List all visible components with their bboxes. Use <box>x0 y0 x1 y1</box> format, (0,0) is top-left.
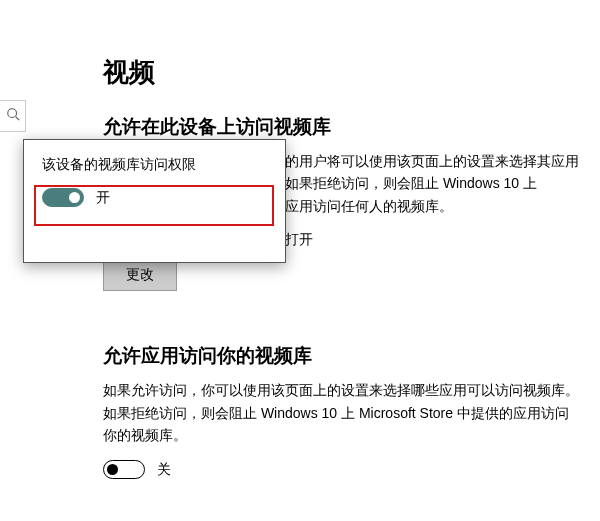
change-button[interactable]: 更改 <box>103 259 177 291</box>
page-title: 视频 <box>103 55 580 90</box>
device-access-toggle[interactable] <box>42 188 84 207</box>
toggle-knob <box>69 192 80 203</box>
toggle-knob <box>107 464 118 475</box>
search-box-fragment[interactable] <box>0 100 26 132</box>
popup-title: 该设备的视频库访问权限 <box>42 156 267 174</box>
section-allow-apps-heading: 允许应用访问你的视频库 <box>103 343 580 369</box>
app-access-toggle-label: 关 <box>157 461 171 479</box>
app-access-toggle[interactable] <box>103 460 145 479</box>
device-access-popup: 该设备的视频库访问权限 开 <box>23 139 286 263</box>
section-allow-device-heading: 允许在此设备上访问视频库 <box>103 114 580 140</box>
settings-content: 视频 允许在此设备上访问视频库 如果允许访问，则使用此设备的用户将可以使用该页面… <box>103 55 580 479</box>
device-access-toggle-label: 开 <box>96 189 110 207</box>
search-icon <box>6 107 20 125</box>
section-allow-apps-desc: 如果允许访问，你可以使用该页面上的设置来选择哪些应用可以访问视频库。如果拒绝访问… <box>103 379 580 446</box>
svg-point-0 <box>8 109 17 118</box>
svg-line-1 <box>16 117 20 121</box>
